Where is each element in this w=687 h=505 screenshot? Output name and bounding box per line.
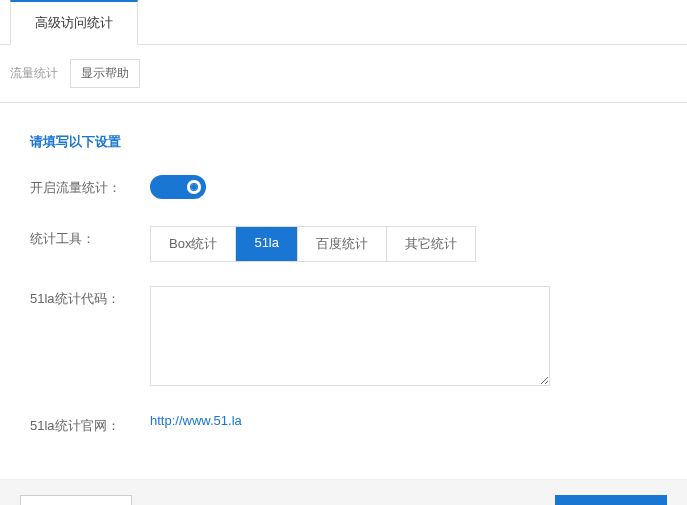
- official-site-link[interactable]: http://www.51.la: [150, 413, 242, 428]
- tool-option-51la[interactable]: 51la: [236, 227, 298, 261]
- tool-option-other[interactable]: 其它统计: [387, 227, 475, 261]
- official-site-label: 51la统计官网：: [30, 413, 150, 435]
- row-enable-stats: 开启流量统计：: [30, 175, 657, 202]
- stats-code-textarea[interactable]: [150, 286, 550, 386]
- tab-advanced-stats[interactable]: 高级访问统计: [10, 0, 138, 45]
- save-button[interactable]: 保存: [555, 495, 667, 505]
- row-official-site: 51la统计官网： http://www.51.la: [30, 413, 657, 435]
- section-title: 请填写以下设置: [30, 133, 657, 151]
- stats-tool-label: 统计工具：: [30, 226, 150, 248]
- tool-option-baidu[interactable]: 百度统计: [298, 227, 387, 261]
- enable-stats-label: 开启流量统计：: [30, 175, 150, 197]
- subheader-label: 流量统计: [10, 65, 58, 82]
- footer-bar: 返回 保存: [0, 479, 687, 505]
- back-button[interactable]: 返回: [20, 495, 132, 505]
- content-area: 请填写以下设置 开启流量统计： 统计工具： Box统计 51la 百度统计 其它…: [0, 103, 687, 479]
- show-help-button[interactable]: 显示帮助: [70, 59, 140, 88]
- stats-tool-group: Box统计 51la 百度统计 其它统计: [150, 226, 476, 262]
- toggle-knob-icon: [187, 180, 201, 194]
- tab-container: 高级访问统计: [0, 0, 687, 45]
- row-stats-tool: 统计工具： Box统计 51la 百度统计 其它统计: [30, 226, 657, 262]
- stats-code-label: 51la统计代码：: [30, 286, 150, 308]
- sub-header: 流量统计 显示帮助: [0, 45, 687, 103]
- enable-stats-toggle[interactable]: [150, 175, 206, 199]
- tool-option-box[interactable]: Box统计: [151, 227, 236, 261]
- row-stats-code: 51la统计代码：: [30, 286, 657, 389]
